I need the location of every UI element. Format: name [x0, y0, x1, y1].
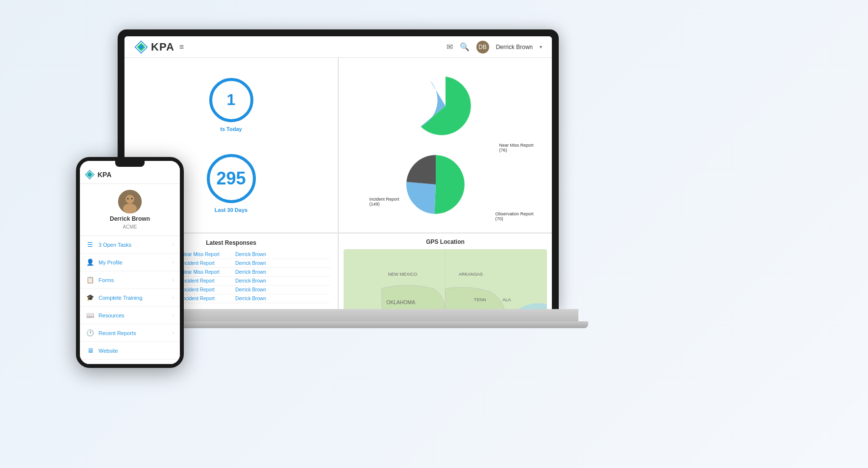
phone-menu: ☰ 3 Open Tasks › 👤 My Profile › 📋 Forms …: [80, 236, 180, 364]
resources-arrow: ›: [173, 312, 174, 318]
training-icon: 🎓: [86, 294, 95, 301]
hamburger-icon[interactable]: ≡: [179, 43, 184, 52]
avatar-face: [118, 190, 142, 213]
map-svg: OKLAHOMA ARKANSAS NEW MEXICO TENN MISS A…: [344, 249, 547, 309]
stat-today-circle: 1: [209, 78, 253, 122]
pie-chart: [406, 67, 485, 145]
kpa-header: KPA ≡ ✉ 🔍 DB Derrick Brown ▾: [124, 36, 552, 58]
kpa-title: KPA: [151, 41, 174, 53]
stat-today-label: ts Today: [220, 126, 242, 132]
response-type-3[interactable]: Near Miss Report: [181, 269, 235, 275]
pie-chart-container: Near Miss Report(76) Observation Report(…: [397, 145, 495, 224]
phone-outer: KPA Derrick: [76, 157, 184, 368]
stat-30days-circle: 295: [207, 154, 256, 203]
svg-text:OKLAHOMA: OKLAHOMA: [386, 300, 415, 305]
training-arrow: ›: [173, 295, 174, 300]
phone-menu-item-website[interactable]: 🖥 Website: [80, 342, 180, 360]
stat-today: 1 ts Today: [209, 78, 253, 132]
laptop-screen-outer: KPA ≡ ✉ 🔍 DB Derrick Brown ▾: [118, 29, 559, 309]
response-user-4[interactable]: Derrick Brown: [235, 278, 284, 284]
pie-segment-nearmiss: [406, 182, 436, 214]
profile-label: My Profile: [99, 260, 169, 265]
forms-icon: 📋: [86, 276, 95, 284]
phone-notch: [115, 161, 145, 167]
gps-panel: GPS Location: [339, 234, 552, 309]
svg-text:NEW MEXICO: NEW MEXICO: [388, 272, 417, 277]
gps-title: GPS Location: [344, 238, 547, 245]
forms-label: Forms: [99, 277, 169, 283]
stat-30days-count: 295: [216, 168, 246, 189]
phone-screen: KPA Derrick: [80, 161, 180, 364]
phone-user-company: ACME: [123, 224, 137, 230]
response-user-5[interactable]: Derrick Brown: [235, 287, 284, 292]
response-type-2[interactable]: Incident Report: [181, 260, 235, 266]
mail-icon[interactable]: ✉: [446, 42, 453, 52]
search-icon[interactable]: 🔍: [460, 42, 470, 52]
phone-menu-item-tasks[interactable]: ☰ 3 Open Tasks ›: [80, 236, 180, 254]
response-type-4[interactable]: Incident Report: [181, 278, 235, 284]
resources-label: Resources: [99, 312, 169, 318]
response-user-2[interactable]: Derrick Brown: [235, 260, 284, 266]
reports-arrow: ›: [173, 330, 174, 336]
svg-text:TENN: TENN: [474, 297, 486, 302]
pie-legend-incident: Incident Report(149): [370, 197, 399, 207]
phone-user-name: Derrick Brown: [110, 215, 150, 222]
scene: KPA ≡ ✉ 🔍 DB Derrick Brown ▾: [0, 0, 868, 468]
dashboard-grid: 1 ts Today 295 Last 30 Days: [124, 58, 552, 309]
phone: KPA Derrick: [76, 157, 184, 368]
svg-point-28: [127, 198, 129, 200]
response-type-5[interactable]: Incident Report: [181, 287, 235, 292]
pie-svg: [397, 145, 475, 224]
tasks-icon: ☰: [86, 241, 95, 248]
website-icon: 🖥: [86, 347, 95, 354]
pie-legend-observation: Observation Report(70): [495, 211, 533, 221]
phone-menu-item-resources[interactable]: 📖 Resources ›: [80, 307, 180, 324]
header-right: ✉ 🔍 DB Derrick Brown ▾: [446, 41, 542, 53]
pie-panel: Near Miss Report(76) Observation Report(…: [339, 58, 552, 233]
reports-label: Recent Reports: [99, 330, 169, 336]
svg-point-29: [131, 198, 133, 200]
kpa-logo: KPA: [134, 40, 174, 54]
response-user-3[interactable]: Derrick Brown: [235, 269, 284, 275]
pie-legend-nearmiss: Near Miss Report(76): [499, 143, 533, 153]
tasks-arrow: ›: [173, 242, 174, 247]
training-label: Complete Training: [99, 295, 169, 301]
resources-icon: 📖: [86, 312, 95, 319]
stat-30days: 295 Last 30 Days: [207, 154, 256, 213]
stat-30days-label: Last 30 Days: [215, 207, 248, 213]
kpa-app: KPA ≡ ✉ 🔍 DB Derrick Brown ▾: [124, 36, 552, 309]
phone-kpa-diamond-icon: [85, 170, 95, 180]
svg-point-26: [125, 195, 134, 204]
phone-menu-item-reports[interactable]: 🕐 Recent Reports ›: [80, 324, 180, 342]
kpa-diamond-icon: [134, 40, 148, 54]
laptop-screen-bezel: KPA ≡ ✉ 🔍 DB Derrick Brown ▾: [124, 36, 552, 309]
map-container: OKLAHOMA ARKANSAS NEW MEXICO TENN MISS A…: [344, 249, 547, 309]
response-user-6[interactable]: Derrick Brown: [235, 296, 284, 301]
tasks-label: 3 Open Tasks: [99, 242, 169, 248]
stat-today-count: 1: [227, 91, 236, 109]
pie-segment-observation: [406, 155, 436, 184]
phone-menu-item-profile[interactable]: 👤 My Profile ›: [80, 254, 180, 271]
forms-arrow: ›: [173, 277, 174, 283]
response-user-1[interactable]: Derrick Brown: [235, 252, 284, 257]
website-label: Website: [99, 348, 174, 354]
svg-text:ARKANSAS: ARKANSAS: [459, 272, 483, 277]
phone-user-section: Derrick Brown ACME: [80, 184, 180, 236]
user-name-header: Derrick Brown: [496, 44, 533, 51]
phone-kpa-title: KPA: [98, 171, 112, 179]
pie-segment-incident: [434, 155, 464, 214]
user-avatar: DB: [476, 41, 489, 53]
profile-arrow: ›: [173, 260, 174, 265]
response-type-1[interactable]: Near Miss Report: [181, 252, 235, 257]
phone-user-avatar: [118, 190, 142, 213]
svg-point-27: [123, 204, 137, 213]
user-dropdown-arrow[interactable]: ▾: [540, 44, 542, 50]
phone-menu-item-training[interactable]: 🎓 Complete Training ›: [80, 289, 180, 307]
svg-text:ALA: ALA: [502, 297, 511, 302]
reports-icon: 🕐: [86, 329, 95, 337]
response-type-6[interactable]: Incident Report: [181, 296, 235, 301]
phone-menu-item-forms[interactable]: 📋 Forms ›: [80, 271, 180, 289]
profile-icon: 👤: [86, 259, 95, 266]
